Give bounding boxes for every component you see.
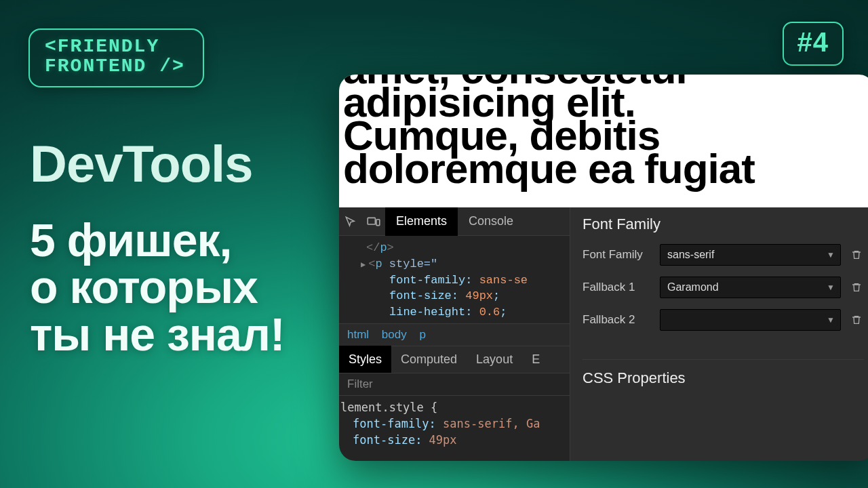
font-row-fallback1: Fallback 1 Garamond ▼ (583, 277, 864, 298)
trash-icon[interactable] (849, 312, 864, 327)
font-select-fallback1[interactable]: Garamond ▼ (660, 277, 841, 298)
style-rule-1: font-family: sans-serif, Ga (340, 416, 564, 432)
font-row-primary: Font Family sans-serif ▼ (583, 244, 864, 266)
video-subtitle: 5 фишек, о которых ты не знал! (30, 217, 285, 358)
subtab-extra[interactable]: E (522, 346, 549, 373)
devtools-panel: amet, consectetur adipisicing elit. Cumq… (339, 75, 868, 461)
page-preview: amet, consectetur adipisicing elit. Cumq… (339, 75, 868, 207)
trash-icon[interactable] (849, 280, 864, 295)
chevron-down-icon: ▼ (827, 315, 835, 325)
font-label-fallback2: Fallback 2 (583, 313, 652, 327)
tab-elements[interactable]: Elements (385, 207, 458, 236)
font-family-panel: Font Family Font Family sans-serif ▼ Fal… (570, 207, 868, 461)
tab-console[interactable]: Console (458, 207, 524, 236)
font-row-fallback2: Fallback 2 ▼ (583, 309, 864, 331)
svg-rect-1 (376, 219, 380, 225)
logo-line-2: FRONTEND /> (45, 56, 185, 76)
logo-line-1: <FRIENDLY (45, 37, 185, 56)
logo-badge: <FRIENDLY FRONTEND /> (28, 28, 204, 87)
subtab-layout[interactable]: Layout (467, 346, 522, 373)
dom-closing-p: </p> (344, 240, 564, 256)
breadcrumb-body[interactable]: body (382, 328, 407, 341)
styles-filter-input[interactable]: Filter (339, 373, 570, 396)
dom-rule-2: font-size: 49px; (344, 288, 564, 304)
dom-breadcrumb[interactable]: html body p (339, 323, 570, 346)
dom-tree[interactable]: </p> ▶<p style=" font-family: sans-se fo… (339, 236, 570, 323)
element-style-selector: lement.style { (340, 400, 564, 416)
styles-panel[interactable]: lement.style { font-family: sans-serif, … (339, 396, 570, 448)
font-label-primary: Font Family (583, 248, 652, 262)
font-select-fallback2[interactable]: ▼ (660, 309, 841, 331)
episode-badge: #4 (783, 22, 844, 66)
dom-rule-1: font-family: sans-se (344, 272, 564, 289)
video-title: DevTools (30, 134, 252, 193)
breadcrumb-p[interactable]: p (419, 328, 425, 341)
breadcrumb-html[interactable]: html (347, 328, 369, 341)
inspect-icon[interactable] (339, 207, 362, 236)
dom-rule-3: line-height: 0.6; (344, 304, 564, 321)
svg-rect-0 (368, 218, 375, 224)
subtab-styles[interactable]: Styles (339, 346, 391, 373)
chevron-down-icon: ▼ (827, 283, 835, 292)
subtab-computed[interactable]: Computed (391, 346, 467, 373)
lorem-text: amet, consectetur adipisicing elit. Cumq… (343, 75, 755, 186)
font-family-heading: Font Family (583, 216, 864, 233)
styles-subtabs: Styles Computed Layout E (339, 346, 570, 373)
css-properties-heading: CSS Properties (583, 359, 864, 387)
dom-open-p: ▶<p style=" (344, 256, 564, 272)
device-toolbar-icon[interactable] (362, 207, 385, 236)
style-rule-2: font-size: 49px (340, 432, 564, 449)
trash-icon[interactable] (849, 247, 864, 262)
chevron-down-icon: ▼ (827, 250, 835, 260)
font-select-primary[interactable]: sans-serif ▼ (660, 244, 841, 266)
font-label-fallback1: Fallback 1 (583, 281, 652, 294)
devtools-top-tabs: Elements Console (339, 207, 570, 236)
episode-number: #4 (797, 27, 829, 58)
